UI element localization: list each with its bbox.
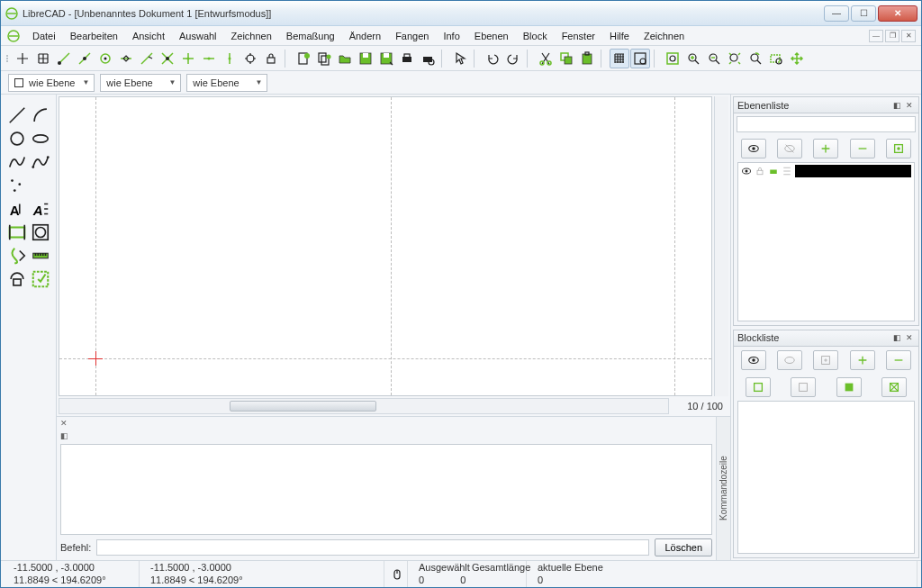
- paste-icon[interactable]: [577, 49, 597, 68]
- block-add-icon[interactable]: [850, 350, 875, 370]
- menu-datei[interactable]: Datei: [26, 29, 62, 43]
- zoom-window-icon[interactable]: [766, 49, 786, 68]
- menu-fangen[interactable]: Fangen: [389, 29, 435, 43]
- layer-remove-icon[interactable]: [850, 139, 875, 158]
- drawing-canvas[interactable]: [59, 96, 712, 396]
- menu-aendern[interactable]: Ändern: [343, 29, 387, 43]
- zoom-out-icon[interactable]: [704, 49, 724, 68]
- snap-grid-icon[interactable]: [33, 49, 53, 68]
- menu-bemassung[interactable]: Bemaßung: [280, 29, 341, 43]
- layer-show-all-icon[interactable]: [741, 139, 766, 158]
- layer-construction-icon[interactable]: [782, 166, 792, 176]
- layers-list[interactable]: [737, 162, 915, 321]
- tool-mtext-icon[interactable]: A: [31, 199, 50, 219]
- zoom-pan-icon[interactable]: [787, 49, 807, 68]
- menu-ansicht[interactable]: Ansicht: [126, 29, 171, 43]
- copy-icon[interactable]: [556, 49, 576, 68]
- snap-middle-icon[interactable]: [116, 49, 136, 68]
- menu-zeichnen[interactable]: Zeichnen: [225, 29, 278, 43]
- mdi-close[interactable]: ✕: [901, 30, 916, 42]
- menu-bearbeiten[interactable]: Bearbeiten: [64, 29, 124, 43]
- tool-select-icon[interactable]: [31, 269, 50, 289]
- close-button[interactable]: ✕: [878, 5, 917, 22]
- redo-icon[interactable]: [503, 49, 523, 68]
- tool-dimension-icon[interactable]: [7, 222, 27, 242]
- vertical-scrollbar[interactable]: [714, 96, 728, 396]
- undo-icon[interactable]: [483, 49, 502, 68]
- menu-fenster[interactable]: Fenster: [556, 29, 601, 43]
- tool-spline-icon[interactable]: [7, 152, 27, 172]
- block-remove-icon[interactable]: [886, 350, 911, 370]
- block-rename-icon[interactable]: [746, 377, 771, 397]
- zoom-in-icon[interactable]: [683, 49, 703, 68]
- new-from-template-icon[interactable]: [314, 49, 334, 68]
- pointer-icon[interactable]: [450, 49, 470, 68]
- toolbar-handle[interactable]: [5, 55, 10, 62]
- open-file-icon[interactable]: [335, 49, 355, 68]
- layers-undock-icon[interactable]: ◧: [891, 100, 902, 111]
- horizontal-scrollbar[interactable]: [59, 398, 669, 414]
- menu-ebenen[interactable]: Ebenen: [468, 29, 515, 43]
- color-combo[interactable]: wie Ebene▼: [100, 74, 181, 92]
- zoom-redraw-icon[interactable]: [663, 49, 682, 68]
- block-create-icon[interactable]: [813, 350, 838, 370]
- snap-onentity-icon[interactable]: [75, 49, 95, 68]
- scroll-thumb[interactable]: [230, 401, 375, 412]
- command-history[interactable]: [60, 444, 712, 535]
- mdi-minimize[interactable]: —: [869, 30, 883, 42]
- toggle-draft-icon[interactable]: [630, 49, 650, 68]
- block-insert-icon[interactable]: [881, 377, 907, 397]
- layer-combo[interactable]: wie Ebene▼: [8, 74, 95, 92]
- layers-close-icon[interactable]: ✕: [904, 100, 915, 111]
- layer-visible-icon[interactable]: [741, 166, 752, 176]
- tool-measure-icon[interactable]: [31, 246, 50, 266]
- tool-circle-icon[interactable]: [7, 129, 27, 149]
- command-input[interactable]: [96, 539, 649, 556]
- tool-hatch-icon[interactable]: [31, 222, 50, 242]
- layer-row-0[interactable]: [738, 163, 914, 179]
- blocks-list[interactable]: [737, 401, 915, 555]
- new-file-icon[interactable]: [294, 49, 313, 68]
- snap-intersection-icon[interactable]: [158, 49, 177, 68]
- layers-filter-input[interactable]: [737, 116, 916, 132]
- tool-line-icon[interactable]: [7, 105, 27, 125]
- tool-polyline-icon[interactable]: [31, 152, 50, 172]
- block-save-icon[interactable]: [836, 377, 862, 397]
- toggle-grid-icon[interactable]: [610, 49, 629, 68]
- restrict-vertical-icon[interactable]: [220, 49, 240, 68]
- cmd-undock-icon[interactable]: ◧: [59, 430, 69, 441]
- tool-ellipse-icon[interactable]: [31, 129, 50, 149]
- layer-print-icon[interactable]: [768, 166, 779, 176]
- menu-hilfe[interactable]: Hilfe: [603, 29, 636, 43]
- set-relative-zero-icon[interactable]: [240, 49, 260, 68]
- mdi-restore[interactable]: ❐: [885, 30, 899, 42]
- menu-info[interactable]: Info: [437, 29, 466, 43]
- tool-point-icon[interactable]: [7, 176, 27, 195]
- save-as-icon[interactable]: [376, 49, 396, 68]
- restrict-ortho-icon[interactable]: [178, 49, 198, 68]
- lock-relative-zero-icon[interactable]: [261, 49, 281, 68]
- command-clear-button[interactable]: Löschen: [655, 538, 712, 556]
- blocks-undock-icon[interactable]: ◧: [891, 332, 902, 343]
- snap-center-icon[interactable]: [95, 49, 115, 68]
- block-show-all-icon[interactable]: [741, 350, 766, 370]
- restrict-horizontal-icon[interactable]: [199, 49, 219, 68]
- menu-zeichnen-2[interactable]: Zeichnen: [637, 29, 691, 43]
- print-icon[interactable]: [397, 49, 417, 68]
- zoom-auto-icon[interactable]: [725, 49, 745, 68]
- zoom-previous-icon[interactable]: [746, 49, 765, 68]
- block-hide-all-icon[interactable]: [777, 350, 802, 370]
- layer-hide-all-icon[interactable]: [777, 139, 802, 158]
- tool-block-icon[interactable]: [7, 269, 27, 289]
- menu-block[interactable]: Block: [517, 29, 554, 43]
- tool-modify-icon[interactable]: [7, 246, 27, 266]
- cmd-close-icon[interactable]: ✕: [59, 418, 69, 429]
- linetype-combo[interactable]: wie Ebene▼: [186, 74, 267, 92]
- print-preview-icon[interactable]: [418, 49, 438, 68]
- maximize-button[interactable]: ☐: [851, 5, 876, 22]
- layer-add-icon[interactable]: [813, 139, 838, 158]
- snap-free-icon[interactable]: [13, 49, 32, 68]
- layer-lock-icon[interactable]: [755, 166, 765, 176]
- cut-icon[interactable]: [536, 49, 556, 68]
- blocks-close-icon[interactable]: ✕: [904, 332, 915, 343]
